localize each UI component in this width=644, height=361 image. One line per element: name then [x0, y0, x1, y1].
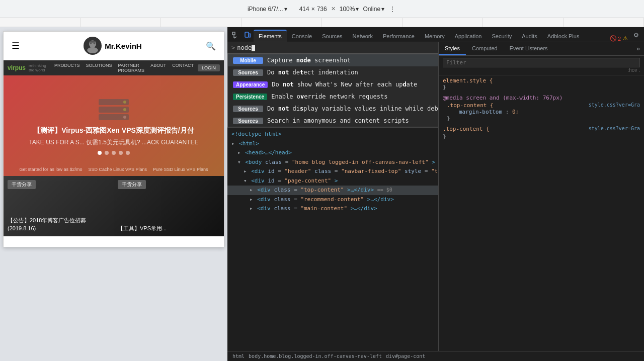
svg-point-9	[123, 108, 126, 111]
tab-security[interactable]: Security	[487, 31, 517, 42]
ruler-segment	[564, 18, 644, 27]
card-2[interactable]: 干货分享 【工具】VPS常用...	[114, 176, 224, 236]
expand-icon[interactable]: ▸	[250, 196, 253, 203]
tab-styles[interactable]: Styles	[439, 42, 466, 55]
zoom-level: 100%	[340, 6, 355, 13]
settings-icon[interactable]: ⚙	[630, 29, 642, 42]
network-select[interactable]: Online ▾	[363, 6, 384, 13]
nav-links: PRODUCTS SOLUTIONS PARTNER PROGRAMS ABOU…	[54, 63, 194, 73]
expand-icon[interactable]: ▸	[250, 205, 253, 212]
css-rule-media: @media screen and (max-width: 767px) .to…	[443, 95, 640, 122]
inspect-element-icon[interactable]	[229, 29, 242, 42]
dot-1[interactable]	[98, 151, 102, 155]
autocomplete-item-4[interactable]: Sources Do not display variable values i…	[228, 103, 439, 115]
html-line-main[interactable]: ▸ <div class = "main-content" >…</div>	[227, 204, 438, 214]
tab-adblock[interactable]: Adblock Plus	[542, 31, 585, 42]
autocomplete-item-5[interactable]: Sources Search in anonymous and content …	[228, 115, 439, 127]
tab-network[interactable]: Network	[348, 31, 378, 42]
breadcrumb-body[interactable]: body.home.blog.logged-in.off-canvas-nav-…	[248, 353, 383, 359]
mobile-header: ☰ Mr.KevinH 🔍	[4, 32, 224, 60]
autocomplete-item-0[interactable]: Mobile Capture node screenshot	[228, 54, 439, 66]
nav-solutions[interactable]: SOLUTIONS	[86, 63, 112, 73]
html-line-page-content[interactable]: ▾ <div id = "page-content" >	[227, 176, 438, 186]
tab-memory[interactable]: Memory	[420, 31, 450, 42]
console-prompt: >	[231, 44, 235, 51]
login-button[interactable]: LOGIN	[198, 64, 220, 71]
tab-console[interactable]: Console	[287, 31, 317, 42]
error-number: 2	[618, 36, 621, 42]
hero-bottom-links: Get started for as low as $2/mo SSD Cach…	[19, 167, 208, 172]
nav-contact[interactable]: CONTACT	[172, 63, 194, 73]
hero-dots	[98, 151, 130, 155]
hero-link-1[interactable]: Get started for as low as $2/mo	[19, 167, 82, 172]
console-cursor	[252, 45, 255, 51]
dimension-x-btn[interactable]: ✕	[331, 6, 336, 12]
console-input-text: node	[237, 44, 252, 51]
autocomplete-item-1[interactable]: Sources Do not detect indentation	[228, 66, 439, 78]
breadcrumb-div[interactable]: div#page-cont	[385, 353, 426, 359]
status-bar: html body.home.blog.logged-in.off-canvas…	[227, 351, 644, 361]
card-1[interactable]: 干货分享 【公告】2018年博客广告位招募(2019.8.16)	[4, 176, 114, 236]
search-icon[interactable]: 🔍	[206, 41, 216, 51]
nav-about[interactable]: ABOUT	[150, 63, 166, 73]
filter-hint: :hov .	[628, 67, 640, 73]
tab-audits[interactable]: Audits	[517, 31, 542, 42]
expand-icon[interactable]: ▾	[244, 177, 247, 184]
html-line-header[interactable]: ▸ <div id = "header" class = "navbar-fix…	[227, 167, 438, 176]
badge-persistence: Persistence	[233, 94, 267, 100]
nav-products[interactable]: PRODUCTS	[54, 63, 80, 73]
svg-rect-14	[245, 32, 249, 37]
tab-event-listeners[interactable]: Event Listeners	[504, 42, 554, 55]
device-mode-icon[interactable]	[242, 29, 254, 42]
styles-filter-input[interactable]	[443, 58, 640, 67]
svg-rect-11	[232, 32, 235, 35]
svg-rect-15	[249, 34, 251, 37]
styles-panel: Styles Computed Event Listeners » :hov .	[439, 42, 644, 351]
autocomplete-item-2[interactable]: Appearance Do not show What's New after …	[228, 78, 439, 91]
expand-icon[interactable]: ▸	[231, 140, 235, 147]
hamburger-icon[interactable]: ☰	[12, 40, 20, 51]
expand-styles-icon[interactable]: »	[632, 42, 644, 55]
elements-panel: > node Mobile Capture node screenshot S	[227, 42, 439, 351]
html-line-top-content[interactable]: ▸ <div class = "top-content" >…</div> ==…	[227, 186, 438, 195]
badge-sources-1: Sources	[233, 69, 263, 76]
html-line-recommend[interactable]: ▸ <div class = "recommend-content" >…</d…	[227, 195, 438, 205]
expand-icon[interactable]: ▾	[237, 159, 241, 165]
tab-computed[interactable]: Computed	[466, 42, 504, 55]
tab-performance[interactable]: Performance	[378, 31, 420, 42]
svg-point-10	[123, 116, 126, 119]
dot-4[interactable]	[119, 151, 123, 155]
autocomplete-item-3[interactable]: Persistence Enable override network requ…	[228, 91, 439, 103]
breadcrumb-html[interactable]: html	[231, 353, 246, 359]
styles-filter: :hov .	[439, 56, 644, 75]
logo-avatar	[84, 37, 102, 55]
network-dropdown-icon: ▾	[381, 6, 384, 13]
autocomplete-dropdown: Mobile Capture node screenshot Sources D…	[227, 54, 439, 127]
browser-viewport: ☰ Mr.KevinH 🔍	[0, 27, 227, 361]
nav-partner[interactable]: PARTNER PROGRAMS	[118, 63, 145, 73]
hero-link-2[interactable]: SSD Cache Linux VPS Plans	[88, 167, 147, 172]
tab-sources[interactable]: Sources	[317, 31, 347, 42]
expand-icon[interactable]: ▸	[244, 168, 247, 174]
html-line-body[interactable]: ▾ <body class = "home blog logged-in off…	[227, 158, 438, 167]
devtools-panel: Elements Console Sources Network Perform…	[227, 27, 644, 361]
html-line-html[interactable]: ▸ <html>	[227, 139, 438, 149]
css-source-link-2[interactable]: style.css?ver=Gra	[589, 126, 640, 131]
device-select[interactable]: iPhone 6/7/... ▾	[248, 6, 287, 13]
zoom-dropdown-icon: ▾	[356, 6, 359, 13]
brand-logo-text: virpus	[8, 64, 26, 71]
zoom-select[interactable]: 100% ▾	[340, 6, 359, 13]
tab-application[interactable]: Application	[450, 31, 487, 42]
dot-5[interactable]	[126, 151, 130, 155]
html-line-head[interactable]: ▸ <head>…</head>	[227, 148, 438, 158]
device-toolbar: iPhone 6/7/... ▾ 414 × 736 ✕ 100% ▾ Onli…	[0, 0, 644, 18]
more-options-icon[interactable]: ⋮	[388, 5, 396, 13]
expand-icon[interactable]: ▸	[250, 187, 253, 193]
card-1-tag: 干货分享	[8, 180, 36, 189]
hero-link-3[interactable]: Pure SSD Linux VPS Plans	[153, 167, 208, 172]
expand-icon[interactable]: ▸	[237, 149, 241, 156]
css-source-link[interactable]: style.css?ver=Gra	[589, 102, 640, 108]
tab-elements[interactable]: Elements	[254, 30, 287, 42]
dot-3[interactable]	[112, 151, 116, 155]
dot-2[interactable]	[105, 151, 109, 155]
